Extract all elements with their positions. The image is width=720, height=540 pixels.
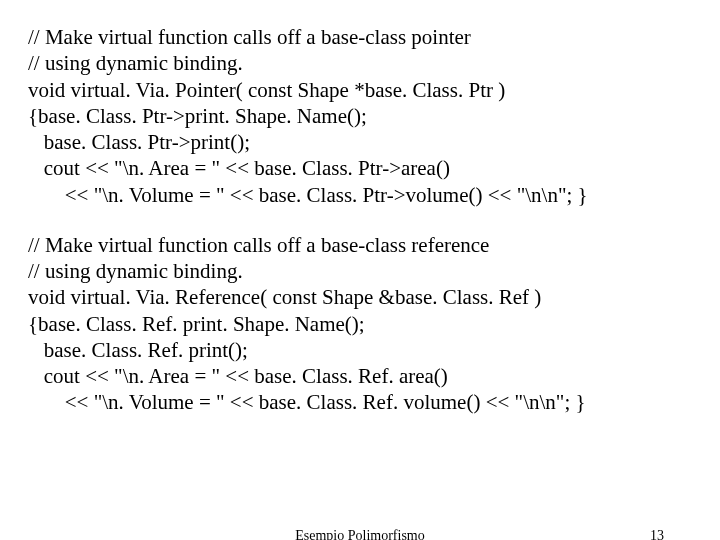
code-line: cout << "\n. Area = " << base. Class. Re… [28, 363, 692, 389]
footer-title: Esempio Polimorfismo [0, 528, 720, 540]
code-line: base. Class. Ref. print(); [28, 337, 692, 363]
code-line: void virtual. Via. Pointer( const Shape … [28, 77, 692, 103]
code-line: // Make virtual function calls off a bas… [28, 232, 692, 258]
code-line: // using dynamic binding. [28, 258, 692, 284]
code-line: // using dynamic binding. [28, 50, 692, 76]
footer-page-number: 13 [650, 528, 664, 540]
code-line: << "\n. Volume = " << base. Class. Ref. … [28, 389, 692, 415]
code-block-reference: // Make virtual function calls off a bas… [28, 232, 692, 416]
code-line: {base. Class. Ptr->print. Shape. Name(); [28, 103, 692, 129]
code-line: << "\n. Volume = " << base. Class. Ptr->… [28, 182, 692, 208]
code-line: // Make virtual function calls off a bas… [28, 24, 692, 50]
code-block-pointer: // Make virtual function calls off a bas… [28, 24, 692, 208]
code-line: {base. Class. Ref. print. Shape. Name(); [28, 311, 692, 337]
code-line: cout << "\n. Area = " << base. Class. Pt… [28, 155, 692, 181]
code-line: void virtual. Via. Reference( const Shap… [28, 284, 692, 310]
slide-content: // Make virtual function calls off a bas… [0, 0, 720, 416]
block-spacer [28, 208, 692, 232]
code-line: base. Class. Ptr->print(); [28, 129, 692, 155]
